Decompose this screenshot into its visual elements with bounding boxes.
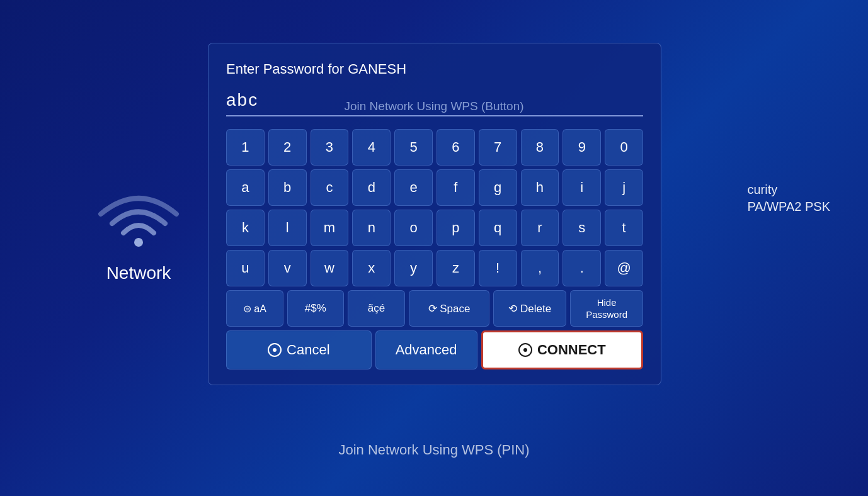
key-7[interactable]: 7 [479, 129, 517, 166]
key-space[interactable]: ⟳ Space [409, 290, 490, 327]
key-symbols[interactable]: #$% [287, 290, 345, 327]
key-m[interactable]: m [311, 210, 349, 246]
wifi-section: Network [88, 176, 189, 283]
key-comma[interactable]: , [521, 250, 559, 286]
key-hide-password[interactable]: HidePassword [570, 290, 643, 327]
advanced-label: Advanced [396, 342, 457, 358]
key-k[interactable]: k [226, 210, 265, 246]
key-q[interactable]: q [479, 210, 517, 246]
number-row: 1 2 3 4 5 6 7 8 9 0 [226, 129, 643, 166]
key-1[interactable]: 1 [226, 129, 265, 166]
wifi-label: Network [106, 263, 171, 283]
row-kt: k l m n o p q r s t [226, 210, 643, 246]
key-i[interactable]: i [562, 169, 601, 206]
key-s[interactable]: s [562, 210, 601, 246]
key-n[interactable]: n [352, 210, 391, 246]
key-3[interactable]: 3 [311, 129, 349, 166]
row-special: ⊜ aA #$% ãçé ⟳ Space ⟲ Delete HidePasswo… [226, 290, 643, 327]
key-w[interactable]: w [311, 250, 349, 286]
key-c[interactable]: c [311, 169, 349, 206]
svg-point-0 [134, 238, 143, 247]
bottom-buttons: Cancel Advanced CONNECT [226, 330, 643, 369]
key-o[interactable]: o [394, 210, 433, 246]
key-p[interactable]: p [437, 210, 475, 246]
key-g[interactable]: g [479, 169, 517, 206]
security-value: PA/WPA2 PSK [747, 200, 830, 214]
key-period[interactable]: . [562, 250, 601, 286]
key-a[interactable]: a [226, 169, 265, 206]
connect-icon [518, 343, 532, 357]
key-h[interactable]: h [521, 169, 559, 206]
key-exclaim[interactable]: ! [479, 250, 517, 286]
keyboard: 1 2 3 4 5 6 7 8 9 0 a b c d e f g h i j … [226, 129, 643, 327]
connect-label: CONNECT [537, 342, 606, 358]
key-e[interactable]: e [394, 169, 433, 206]
key-delete[interactable]: ⟲ Delete [493, 290, 566, 327]
cancel-label: Cancel [287, 342, 329, 358]
key-9[interactable]: 9 [562, 129, 601, 166]
key-2[interactable]: 2 [268, 129, 307, 166]
key-6[interactable]: 6 [437, 129, 475, 166]
password-dialog: Enter Password for GANESH 1 2 3 4 5 6 7 … [208, 43, 661, 385]
key-v[interactable]: v [268, 250, 307, 286]
wps-pin-text: Join Network Using WPS (PIN) [338, 442, 529, 458]
connect-button[interactable]: CONNECT [481, 330, 643, 369]
key-r[interactable]: r [521, 210, 559, 246]
key-8[interactable]: 8 [521, 129, 559, 166]
key-j[interactable]: j [605, 169, 643, 206]
wps-button-text: Join Network Using WPS (Button) [344, 99, 523, 113]
key-5[interactable]: 5 [394, 129, 433, 166]
key-u[interactable]: u [226, 250, 265, 286]
key-f[interactable]: f [437, 169, 475, 206]
key-0[interactable]: 0 [605, 129, 643, 166]
key-l[interactable]: l [268, 210, 307, 246]
key-y[interactable]: y [394, 250, 433, 286]
security-label: curity [747, 183, 830, 197]
advanced-button[interactable]: Advanced [375, 330, 477, 369]
key-4[interactable]: 4 [352, 129, 391, 166]
key-t[interactable]: t [605, 210, 643, 246]
row-aj: a b c d e f g h i j [226, 169, 643, 206]
key-x[interactable]: x [352, 250, 391, 286]
key-at[interactable]: @ [605, 250, 643, 286]
security-section: curity PA/WPA2 PSK [747, 183, 830, 214]
wifi-icon [88, 176, 189, 252]
key-case-toggle[interactable]: ⊜ aA [226, 290, 283, 327]
key-accents[interactable]: ãçé [348, 290, 405, 327]
row-u-at: u v w x y z ! , . @ [226, 250, 643, 286]
cancel-icon [268, 343, 282, 357]
cancel-button[interactable]: Cancel [226, 330, 372, 369]
key-b[interactable]: b [268, 169, 307, 206]
key-z[interactable]: z [437, 250, 475, 286]
key-d[interactable]: d [352, 169, 391, 206]
dialog-title: Enter Password for GANESH [226, 61, 643, 77]
